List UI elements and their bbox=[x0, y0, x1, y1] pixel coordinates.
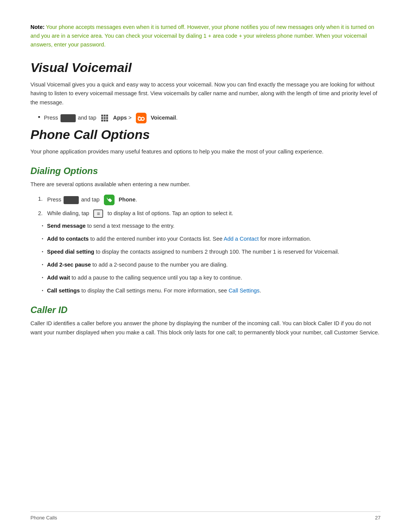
svg-rect-0 bbox=[101, 115, 103, 117]
apps-icon bbox=[100, 114, 109, 122]
caller-id-title: Caller ID bbox=[30, 305, 381, 315]
dialing-options-intro: There are several options available when… bbox=[30, 180, 381, 189]
dialing-step-2: 2. While dialing, tap to display a list … bbox=[38, 209, 381, 218]
add-wait-term: Add wait bbox=[47, 275, 70, 281]
phone-label: Phone bbox=[119, 197, 135, 203]
phone-icon bbox=[104, 195, 115, 205]
sub-item-add-wait: Add wait to add a pause to the calling s… bbox=[42, 273, 381, 283]
dialing-step-1: 1. Press and tap Phone. bbox=[38, 195, 381, 205]
sub-item-call-settings: Call settings to display the Call settin… bbox=[42, 286, 381, 296]
add-2sec-pause-term: Add 2-sec pause bbox=[47, 262, 91, 268]
svg-rect-6 bbox=[101, 120, 103, 121]
visual-voicemail-title: Visual Voicemail bbox=[30, 60, 381, 75]
svg-rect-4 bbox=[104, 117, 106, 119]
svg-rect-7 bbox=[104, 120, 106, 121]
footer-left: Phone Calls bbox=[30, 515, 57, 521]
visual-voicemail-instruction-list: Press and tap Apps > bbox=[38, 113, 381, 123]
svg-rect-5 bbox=[106, 117, 108, 119]
sub-item-speed-dial: Speed dial setting to display the contac… bbox=[42, 248, 381, 257]
note-block: Note: Your phone accepts messages even w… bbox=[30, 23, 381, 50]
visual-voicemail-body: Visual Voicemail gives you a quick and e… bbox=[30, 80, 381, 108]
add-a-contact-link[interactable]: Add a Contact bbox=[224, 236, 259, 242]
note-text: Your phone accepts messages even when it… bbox=[30, 24, 374, 48]
send-message-content: Send message to send a text message to t… bbox=[47, 222, 175, 231]
apps-label: Apps bbox=[113, 115, 127, 121]
home-button-step1 bbox=[64, 196, 79, 204]
home-button-inline bbox=[61, 114, 76, 122]
page-footer: Phone Calls 27 bbox=[30, 511, 381, 521]
visual-voicemail-instruction: Press and tap Apps > bbox=[38, 113, 381, 123]
step-1-num: 1. bbox=[38, 195, 47, 203]
voicemail-icon: 00 bbox=[136, 113, 147, 123]
call-settings-link[interactable]: Call Settings bbox=[229, 288, 260, 294]
phone-call-options-body: Your phone application provides many use… bbox=[30, 147, 381, 157]
svg-text:00: 00 bbox=[138, 116, 140, 118]
call-settings-content: Call settings to display the Call settin… bbox=[47, 286, 261, 296]
add-wait-content: Add wait to add a pause to the calling s… bbox=[47, 273, 242, 283]
speed-dial-term: Speed dial setting bbox=[47, 249, 94, 255]
add-contacts-term: Add to contacts bbox=[47, 236, 89, 242]
menu-icon bbox=[93, 209, 103, 218]
voicemail-label: Voicemail bbox=[151, 115, 176, 121]
sub-item-send-message: Send message to send a text message to t… bbox=[42, 222, 381, 231]
send-message-term: Send message bbox=[47, 223, 86, 229]
svg-rect-8 bbox=[106, 120, 108, 121]
dialing-options-sub-list: Send message to send a text message to t… bbox=[42, 222, 381, 296]
svg-rect-2 bbox=[106, 115, 108, 117]
svg-rect-3 bbox=[101, 117, 103, 119]
call-settings-term: Call settings bbox=[47, 288, 80, 294]
caller-id-body: Caller ID identifies a caller before you… bbox=[30, 319, 381, 337]
sub-item-add-contacts: Add to contacts to add the entered numbe… bbox=[42, 235, 381, 244]
instruction-prefix: Press and tap Apps > bbox=[44, 113, 177, 123]
add-2sec-pause-content: Add 2-sec pause to add a 2-second pause … bbox=[47, 260, 228, 270]
step-2-content: While dialing, tap to display a list of … bbox=[47, 209, 233, 218]
add-contacts-content: Add to contacts to add the entered numbe… bbox=[47, 235, 311, 244]
phone-call-options-title: Phone Call Options bbox=[30, 127, 381, 142]
note-label: Note: bbox=[30, 24, 45, 30]
svg-rect-12 bbox=[140, 120, 143, 121]
svg-rect-1 bbox=[104, 115, 106, 117]
step-1-content: Press and tap Phone. bbox=[47, 195, 137, 205]
sub-item-add-2sec-pause: Add 2-sec pause to add a 2-second pause … bbox=[42, 260, 381, 270]
dialing-options-title: Dialing Options bbox=[30, 166, 381, 176]
speed-dial-content: Speed dial setting to display the contac… bbox=[47, 248, 339, 257]
step-2-num: 2. bbox=[38, 209, 47, 218]
dialing-steps-list: 1. Press and tap Phone. 2. While dialing… bbox=[38, 195, 381, 218]
footer-right: 27 bbox=[375, 515, 381, 521]
